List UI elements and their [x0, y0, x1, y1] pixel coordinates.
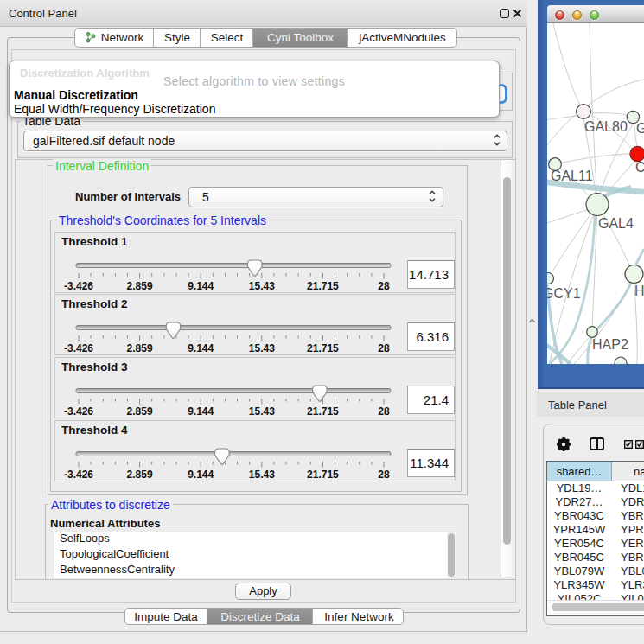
- svg-text:GA: GA: [636, 121, 644, 136]
- svg-text:H: H: [634, 284, 644, 298]
- svg-text:GAL11: GAL11: [551, 169, 593, 183]
- svg-text:GCY1: GCY1: [547, 286, 581, 301]
- svg-text:C: C: [635, 160, 644, 175]
- svg-text:GAL80: GAL80: [584, 119, 628, 134]
- svg-text:HAP2: HAP2: [592, 337, 628, 352]
- svg-text:GAL4: GAL4: [598, 216, 634, 231]
